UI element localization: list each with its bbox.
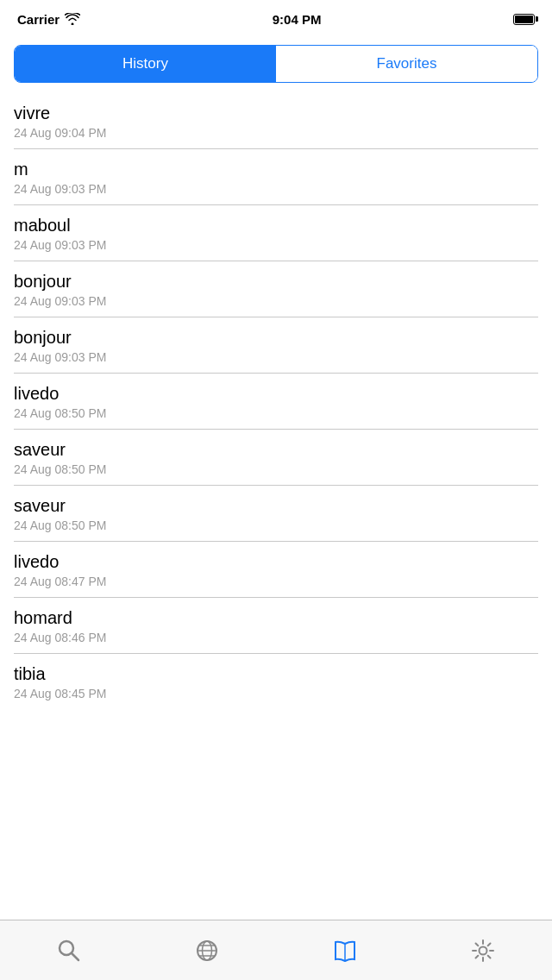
item-time: 24 Aug 08:50 PM <box>14 518 538 532</box>
list-item[interactable]: livedo24 Aug 08:50 PM <box>14 374 538 430</box>
segmented-control[interactable]: History Favorites <box>14 45 538 83</box>
list-item[interactable]: bonjour24 Aug 09:03 PM <box>14 317 538 374</box>
svg-point-8 <box>480 946 487 954</box>
item-word: m <box>14 158 538 180</box>
item-word: bonjour <box>14 270 538 292</box>
tab-dictionary[interactable] <box>276 920 414 980</box>
tab-search[interactable] <box>0 920 138 980</box>
battery-icon <box>513 14 535 25</box>
item-word: vivre <box>14 102 538 124</box>
svg-line-1 <box>72 953 78 960</box>
item-time: 24 Aug 09:03 PM <box>14 182 538 196</box>
status-battery <box>513 14 535 25</box>
status-bar: Carrier 9:04 PM <box>0 0 552 38</box>
list-item[interactable]: saveur24 Aug 08:50 PM <box>14 486 538 542</box>
item-word: saveur <box>14 438 538 461</box>
item-word: livedo <box>14 550 538 573</box>
history-list: vivre24 Aug 09:04 PMm24 Aug 09:03 PMmabo… <box>0 93 552 709</box>
item-word: maboul <box>14 214 538 236</box>
status-time: 9:04 PM <box>273 12 322 27</box>
tab-bar <box>0 920 552 980</box>
item-word: homard <box>14 606 538 629</box>
status-carrier: Carrier <box>17 12 80 27</box>
search-icon <box>55 937 83 964</box>
globe-icon <box>193 937 221 964</box>
item-word: bonjour <box>14 326 538 349</box>
item-time: 24 Aug 08:45 PM <box>14 687 538 700</box>
list-item[interactable]: saveur24 Aug 08:50 PM <box>14 430 538 486</box>
book-icon <box>331 937 359 964</box>
list-item[interactable]: m24 Aug 09:03 PM <box>14 149 538 205</box>
item-word: saveur <box>14 494 538 517</box>
tab-settings[interactable] <box>414 920 552 980</box>
wifi-icon <box>65 13 80 25</box>
list-item[interactable]: bonjour24 Aug 09:03 PM <box>14 261 538 317</box>
gear-icon <box>469 937 497 964</box>
item-word: tibia <box>14 663 538 685</box>
list-item[interactable]: maboul24 Aug 09:03 PM <box>14 205 538 261</box>
item-time: 24 Aug 08:47 PM <box>14 575 538 588</box>
list-item[interactable]: livedo24 Aug 08:47 PM <box>14 542 538 598</box>
list-item[interactable]: homard24 Aug 08:46 PM <box>14 598 538 654</box>
list-item[interactable]: tibia24 Aug 08:45 PM <box>14 654 538 709</box>
item-time: 24 Aug 08:46 PM <box>14 631 538 644</box>
tab-favorites[interactable]: Favorites <box>276 46 537 82</box>
tab-globe[interactable] <box>138 920 276 980</box>
item-time: 24 Aug 08:50 PM <box>14 462 538 476</box>
item-time: 24 Aug 09:03 PM <box>14 350 538 364</box>
item-time: 24 Aug 08:50 PM <box>14 406 538 420</box>
item-time: 24 Aug 09:03 PM <box>14 294 538 308</box>
item-word: livedo <box>14 382 538 405</box>
item-time: 24 Aug 09:04 PM <box>14 126 538 140</box>
tab-history[interactable]: History <box>15 46 276 82</box>
item-time: 24 Aug 09:03 PM <box>14 238 538 252</box>
list-item[interactable]: vivre24 Aug 09:04 PM <box>14 93 538 149</box>
